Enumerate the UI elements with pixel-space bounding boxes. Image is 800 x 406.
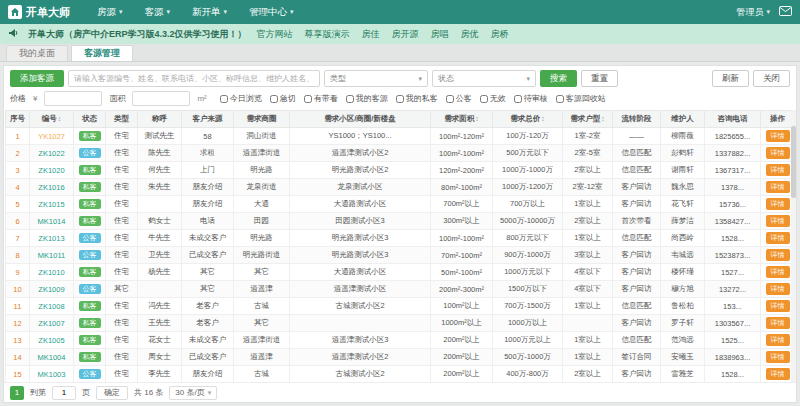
reset-button[interactable]: 重置: [581, 70, 618, 87]
announcement-link[interactable]: 尊享版演示: [305, 28, 350, 41]
customer-code-link[interactable]: ZK1022: [38, 149, 64, 158]
cell-text: 信息匹配: [622, 148, 652, 157]
filter-checkbox[interactable]: 今日浏览: [220, 93, 262, 104]
announcement-link[interactable]: 房佳: [362, 28, 380, 41]
checkbox-input[interactable]: [304, 95, 312, 103]
nav-menu-item[interactable]: 新开单▾: [181, 0, 238, 24]
sort-icon[interactable]: ↕: [475, 115, 479, 122]
scrollbar-thumb[interactable]: [791, 126, 796, 198]
checkbox-input[interactable]: [396, 95, 404, 103]
cell-text: 住宅: [114, 148, 129, 157]
tab[interactable]: 我的桌面: [6, 45, 68, 61]
checkbox-input[interactable]: [480, 95, 488, 103]
area-input[interactable]: [132, 91, 190, 106]
checkbox-input[interactable]: [346, 95, 354, 103]
type-select[interactable]: 类型 ▾: [324, 70, 428, 87]
announcement-link[interactable]: 房开源: [392, 28, 419, 41]
customer-code-link[interactable]: ZK1015: [38, 200, 64, 209]
per-page-select[interactable]: 30 条/页 ▾: [169, 386, 217, 400]
customer-code-link[interactable]: ZK1016: [38, 183, 64, 192]
detail-button[interactable]: 详情: [766, 215, 790, 227]
cell-text: 住宅: [114, 199, 129, 208]
customer-code-link[interactable]: MK1011: [38, 251, 65, 260]
cell-district: 古城: [234, 366, 290, 383]
customer-code-link[interactable]: ZK1005: [38, 336, 64, 345]
sort-icon[interactable]: ↕: [541, 115, 545, 122]
nav-menu-item[interactable]: 房源▾: [86, 0, 134, 24]
filter-checkbox[interactable]: 我的客源: [346, 93, 388, 104]
detail-button[interactable]: 详情: [766, 368, 790, 380]
nav-menu-item[interactable]: 管理中心▾: [238, 0, 305, 24]
table-row: 8MK1011公客住宅卫先生已成交客户明光路街道明光路测试小区370m²-100…: [6, 247, 795, 264]
house-icon: [8, 5, 22, 19]
checkbox-input[interactable]: [220, 95, 228, 103]
goto-page-input[interactable]: [52, 386, 76, 400]
filter-checkbox[interactable]: 待审核: [514, 93, 548, 104]
goto-confirm-button[interactable]: 确定: [96, 386, 128, 400]
customer-code-link[interactable]: MK1004: [38, 353, 66, 362]
detail-button[interactable]: 详情: [766, 198, 790, 210]
checkbox-input[interactable]: [446, 95, 454, 103]
search-input[interactable]: [68, 70, 320, 87]
user-menu[interactable]: 管理员 ▾: [736, 6, 770, 19]
close-button[interactable]: 关闭: [753, 70, 790, 87]
filter-checkbox[interactable]: 急切: [270, 93, 296, 104]
customer-code-link[interactable]: ZK1010: [38, 268, 64, 277]
customer-code-link[interactable]: ZK1009: [38, 285, 64, 294]
customer-code-link[interactable]: ZK1020: [38, 166, 64, 175]
announcement-link[interactable]: 房桥: [491, 28, 509, 41]
detail-button[interactable]: 详情: [766, 164, 790, 176]
checkbox-input[interactable]: [270, 95, 278, 103]
sort-icon[interactable]: ↕: [601, 115, 605, 122]
cell-text: 300m²以上: [443, 216, 479, 225]
detail-button[interactable]: 详情: [766, 249, 790, 261]
customer-code-link[interactable]: YK1027: [38, 132, 65, 141]
detail-button[interactable]: 详情: [766, 181, 790, 193]
detail-button[interactable]: 详情: [766, 334, 790, 346]
announcement-link[interactable]: 房唱: [431, 28, 449, 41]
detail-button[interactable]: 详情: [766, 351, 790, 363]
nav-menu-item[interactable]: 客源▾: [134, 0, 182, 24]
checkbox-input[interactable]: [514, 95, 522, 103]
area-label: 面积: [109, 93, 125, 104]
page-1-button[interactable]: 1: [10, 386, 24, 400]
search-button[interactable]: 搜索: [540, 70, 577, 87]
detail-button[interactable]: 详情: [766, 147, 790, 159]
filter-checkbox[interactable]: 客源回收站: [556, 93, 606, 104]
customer-code-link[interactable]: ZK1013: [38, 234, 64, 243]
checkbox-input[interactable]: [556, 95, 564, 103]
app-logo[interactable]: 开单大师: [8, 5, 70, 20]
filter-checkbox[interactable]: 公客: [446, 93, 472, 104]
sort-icon[interactable]: ↕: [58, 115, 62, 122]
detail-button[interactable]: 详情: [766, 130, 790, 142]
cell-layout: 1室以上: [563, 196, 613, 213]
tab[interactable]: 客源管理: [71, 45, 133, 61]
status-select[interactable]: 状态 ▾: [432, 70, 536, 87]
column-status: 状态: [74, 111, 106, 128]
filter-checkbox[interactable]: 有带看: [304, 93, 338, 104]
price-input[interactable]: [44, 91, 102, 106]
cell-layout: 4室以下: [563, 264, 613, 281]
customer-code-link[interactable]: ZK1008: [38, 302, 64, 311]
detail-button[interactable]: 详情: [766, 266, 790, 278]
detail-button[interactable]: 详情: [766, 317, 790, 329]
detail-button[interactable]: 详情: [766, 232, 790, 244]
customer-code-link[interactable]: ZK1007: [38, 319, 64, 328]
vertical-scrollbar[interactable]: [791, 110, 796, 382]
customer-code-link[interactable]: MK1003: [38, 370, 66, 379]
announcement-link[interactable]: 房优: [461, 28, 479, 41]
total-count-label: 共 16 条: [134, 387, 163, 398]
add-customer-button[interactable]: 添加客源: [10, 70, 64, 87]
announcement-link[interactable]: 官方网站: [257, 28, 293, 41]
filter-checkbox[interactable]: 我的私客: [396, 93, 438, 104]
filter-checkbox-group: 今日浏览急切有带看我的客源我的私客公客无效待审核客源回收站: [220, 93, 606, 104]
refresh-button[interactable]: 刷新: [712, 70, 749, 87]
detail-button[interactable]: 详情: [766, 300, 790, 312]
status-select-value: 状态: [438, 73, 454, 84]
detail-button[interactable]: 详情: [766, 283, 790, 295]
customer-code-link[interactable]: MK1014: [38, 217, 66, 226]
mail-icon[interactable]: [779, 6, 792, 18]
filter-checkbox[interactable]: 无效: [480, 93, 506, 104]
table-header-row: 序号编号↕状态类型称呼客户来源需求商圈需求小区/商圈/新楼盘需求面积↕需求总价↕…: [6, 111, 795, 128]
cell-layout: 1室以上: [563, 230, 613, 247]
